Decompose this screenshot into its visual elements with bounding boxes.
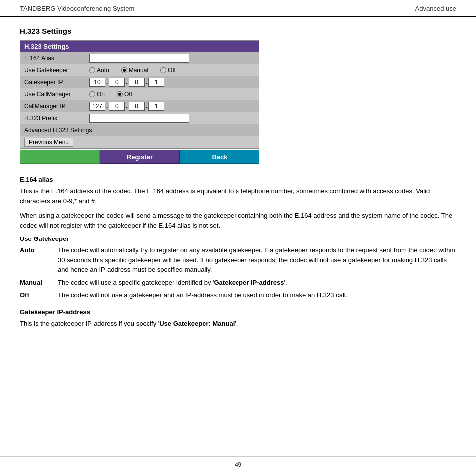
radio-cm-off-label: Off [124, 91, 132, 98]
doc-term-manual: Manual The codec will use a specific gat… [20, 278, 456, 288]
label-callmanager-ip: CallManager IP [24, 103, 89, 110]
label-gatekeeper-ip: Gatekeeper IP [24, 79, 89, 86]
term-manual: Manual [20, 278, 50, 288]
radio-on-circle[interactable] [89, 91, 95, 97]
desc-off: The codec will not use a gatekeeper and … [58, 290, 456, 300]
label-use-callmanager: Use CallManager [24, 91, 89, 98]
e164-alias-input[interactable] [89, 54, 189, 63]
page-header: TANDBERG Videoconferencing System Advanc… [0, 0, 476, 17]
term-auto: Auto [20, 245, 50, 275]
row-advanced-h323[interactable]: Advanced H.323 Settings [20, 124, 259, 136]
cm-ip-octet1[interactable]: 127 [89, 102, 105, 111]
gk-ip-octet3[interactable]: 0 [129, 78, 145, 87]
gatekeeper-radio-group: Auto Manual Off [89, 67, 255, 74]
doc-gatekeeper-section: Use Gatekeeper Auto The codec will autom… [20, 235, 456, 300]
callmanager-ip-group: 127 . 0 . 0 . 1 [89, 102, 164, 111]
row-use-gatekeeper: Use Gatekeeper Auto Manual Off [20, 64, 259, 76]
row-h323-prefix: H.323 Prefix [20, 112, 259, 124]
h323-prefix-controls [89, 114, 255, 123]
button-bar: Register Back [20, 150, 259, 164]
callmanager-ip-controls: 127 . 0 . 0 . 1 [89, 102, 255, 111]
header-title: TANDBERG Videoconferencing System [20, 5, 134, 12]
radio-cm-off[interactable]: Off [117, 91, 132, 98]
radio-on-label: On [97, 91, 105, 98]
gk-ip-octet2[interactable]: 0 [109, 78, 125, 87]
cm-ip-octet3[interactable]: 0 [129, 102, 145, 111]
page-title: H.323 Settings [20, 27, 456, 35]
back-button[interactable]: Back [180, 150, 259, 164]
gatekeeper-ip-group: 10 . 0 . 0 . 1 [89, 78, 164, 87]
doc-e164-para2: When using a gatekeeper the codec will s… [20, 211, 456, 230]
cm-ip-octet4[interactable]: 1 [148, 102, 164, 111]
doc-e164-section: E.164 alias This is the E.164 address of… [20, 176, 456, 230]
row-gatekeeper-ip: Gatekeeper IP 10 . 0 . 0 . 1 [20, 76, 259, 88]
desc-auto: The codec will automatically try to regi… [58, 245, 456, 275]
page-number: 49 [235, 461, 241, 468]
header-section: Advanced use [415, 5, 456, 12]
radio-off[interactable]: Off [160, 67, 176, 74]
main-content: H.323 Settings H.323 Settings E.164 Alia… [0, 17, 476, 353]
doc-gatekeeper-heading: Use Gatekeeper [20, 235, 456, 242]
doc-gkip-heading: Gatekeeper IP-address [20, 308, 456, 316]
page-footer: 49 [0, 456, 476, 468]
radio-off-circle[interactable] [160, 67, 166, 73]
row-callmanager-ip: CallManager IP 127 . 0 . 0 . 1 [20, 100, 259, 112]
radio-auto-circle[interactable] [89, 67, 95, 73]
row-use-callmanager: Use CallManager On Off [20, 88, 259, 100]
desc-manual: The codec will use a specific gatekeeper… [58, 278, 456, 288]
doc-section: E.164 alias This is the E.164 address of… [20, 176, 456, 328]
settings-title-bar: H.323 Settings [20, 41, 259, 52]
doc-term-auto: Auto The codec will automatically try to… [20, 245, 456, 275]
row-e164-alias: E.164 Alias [20, 52, 259, 64]
register-button[interactable]: Register [100, 150, 180, 164]
radio-manual[interactable]: Manual [121, 67, 148, 74]
cm-ip-octet2[interactable]: 0 [109, 102, 125, 111]
doc-gkip-section: Gatekeeper IP-address This is the gateke… [20, 308, 456, 329]
radio-off-label: Off [168, 67, 176, 74]
gatekeeper-ip-controls: 10 . 0 . 0 . 1 [89, 78, 255, 87]
radio-auto-label: Auto [97, 67, 109, 74]
radio-manual-label: Manual [129, 67, 148, 74]
doc-e164-heading: E.164 alias [20, 176, 456, 183]
e164-alias-controls [89, 54, 255, 63]
prev-menu-button[interactable]: Previous Menu [24, 138, 73, 147]
row-prev-menu: Previous Menu [20, 136, 259, 148]
settings-panel: H.323 Settings E.164 Alias Use Gatekeepe… [20, 40, 259, 149]
doc-e164-para1: This is the E.164 address of the codec. … [20, 186, 456, 206]
green-indicator [20, 150, 100, 164]
h323-prefix-input[interactable] [89, 114, 189, 123]
callmanager-radio-group: On Off [89, 91, 255, 98]
radio-auto[interactable]: Auto [89, 67, 109, 74]
label-use-gatekeeper: Use Gatekeeper [24, 67, 89, 74]
term-off: Off [20, 290, 50, 300]
label-e164-alias: E.164 Alias [24, 55, 89, 62]
doc-term-off: Off The codec will not use a gatekeeper … [20, 290, 456, 300]
radio-cm-off-circle[interactable] [117, 91, 123, 97]
label-advanced-h323: Advanced H.323 Settings [24, 127, 92, 134]
gk-ip-octet4[interactable]: 1 [148, 78, 164, 87]
doc-gkip-para: This is the gatekeeper IP-address if you… [20, 319, 456, 329]
radio-on[interactable]: On [89, 91, 105, 98]
gk-ip-octet1[interactable]: 10 [89, 78, 105, 87]
radio-manual-circle[interactable] [121, 67, 127, 73]
label-h323-prefix: H.323 Prefix [24, 115, 89, 122]
